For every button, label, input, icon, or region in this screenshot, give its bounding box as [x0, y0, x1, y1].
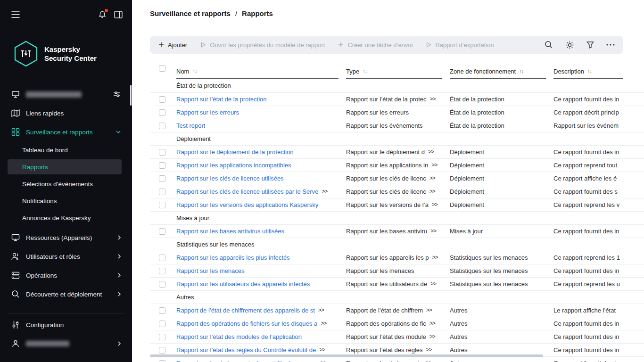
column-header-type[interactable]: Type: [346, 68, 359, 75]
report-name-link[interactable]: Rapport sur les erreurs: [176, 109, 239, 116]
sort-icon[interactable]: ↑↓: [363, 68, 367, 74]
sidebar-subitem-reports[interactable]: Rapports: [8, 159, 122, 174]
truncated-more-indicator[interactable]: >>: [432, 254, 438, 261]
truncated-more-indicator[interactable]: >>: [430, 280, 436, 287]
sidebar-item-label: Configuration: [26, 321, 121, 329]
report-name-link[interactable]: Test report: [176, 122, 205, 129]
table-row: Rapport sur le déploiement de la protect…: [150, 145, 644, 158]
hamburger-menu-icon[interactable]: [11, 11, 20, 18]
truncated-more-indicator[interactable]: >>: [429, 175, 435, 181]
row-checkbox[interactable]: [159, 360, 165, 362]
sidebar-subitem-notifications[interactable]: Notifications: [8, 193, 122, 208]
report-type: Rapport sur les appareils les p: [346, 254, 429, 261]
report-description: Ce rapport reprend les 1: [553, 251, 644, 264]
side-panel-icon[interactable]: [114, 11, 123, 18]
truncated-more-indicator[interactable]: >>: [321, 320, 326, 327]
truncated-more-indicator[interactable]: >>: [429, 320, 435, 327]
row-checkbox[interactable]: [159, 175, 165, 182]
truncated-more-indicator[interactable]: >>: [428, 148, 434, 155]
sidebar-item-devices[interactable]: Ressources (Appareils): [0, 228, 132, 247]
gear-icon[interactable]: [565, 41, 574, 49]
report-name-link[interactable]: Rapport sur l’état des règles du Contrôl…: [176, 346, 316, 354]
column-header-name[interactable]: Nom: [176, 68, 189, 75]
row-checkbox[interactable]: [159, 123, 165, 129]
truncated-more-indicator[interactable]: >>: [432, 201, 438, 208]
report-name-link[interactable]: Rapport sur les événements de contrôle d…: [176, 360, 317, 362]
row-checkbox[interactable]: [159, 281, 165, 288]
report-name-link[interactable]: Rapport sur les clés de licence utilisée…: [176, 188, 318, 195]
breadcrumb-section[interactable]: Surveillance et rapports: [150, 9, 231, 17]
truncated-more-indicator[interactable]: >>: [426, 346, 432, 353]
create-delivery-task-button[interactable]: Créer une tâche d’envoi: [338, 41, 413, 49]
chevron-right-icon: [118, 273, 121, 278]
sidebar-item-operations[interactable]: Opérations: [0, 266, 132, 285]
sort-icon[interactable]: ↑↓: [192, 68, 197, 74]
column-header-zone[interactable]: Zone de fonctionnement: [450, 68, 516, 75]
report-name-link[interactable]: Rapport de l’état de chiffrement des app…: [176, 307, 315, 314]
truncated-more-indicator[interactable]: >>: [430, 228, 436, 234]
row-checkbox[interactable]: [159, 255, 165, 261]
sidebar-item-discovery[interactable]: Découverte et déploiement: [0, 285, 132, 304]
truncated-more-indicator[interactable]: >>: [429, 188, 435, 195]
report-name-link[interactable]: Rapport sur les versions des application…: [176, 201, 318, 208]
sidebar-item-server[interactable]: [0, 85, 132, 104]
report-description: Ce rapport fournit des in: [553, 264, 644, 277]
row-checkbox[interactable]: [159, 149, 165, 156]
truncated-more-indicator[interactable]: >>: [426, 307, 432, 313]
truncated-more-indicator[interactable]: >>: [322, 188, 327, 195]
report-name-link[interactable]: Rapport sur les appareils les plus infec…: [176, 254, 290, 261]
report-type: Rapport sur les clés de licenc: [346, 188, 426, 195]
report-name-link[interactable]: Rapport sur les utilisateurs des apparei…: [176, 280, 310, 288]
truncated-more-indicator[interactable]: >>: [319, 346, 325, 353]
select-all-checkbox[interactable]: [159, 65, 165, 72]
search-icon[interactable]: [545, 41, 553, 49]
report-name-link[interactable]: Rapport des opérations de fichiers sur l…: [176, 320, 317, 327]
more-options-icon[interactable]: [606, 44, 615, 46]
report-name-link[interactable]: Rapport sur les applications incompatibl…: [176, 162, 291, 169]
report-name-link[interactable]: Rapport sur les menaces: [176, 267, 245, 274]
truncated-more-indicator[interactable]: >>: [321, 360, 326, 362]
sort-icon[interactable]: ↑↓: [519, 68, 523, 74]
filter-funnel-icon[interactable]: [586, 41, 594, 49]
sort-icon[interactable]: ↑↓: [587, 68, 592, 74]
notifications-bell-icon[interactable]: [98, 10, 107, 19]
sidebar-item-configuration[interactable]: Configuration: [0, 315, 132, 334]
report-name-link[interactable]: Rapport sur le déploiement de la protect…: [176, 148, 294, 156]
row-checkbox[interactable]: [159, 202, 165, 208]
sidebar-scrollbar-thumb[interactable]: [130, 85, 132, 106]
row-checkbox[interactable]: [159, 334, 165, 340]
server-name-redacted: [26, 91, 82, 98]
server-settings-icon[interactable]: [113, 90, 121, 98]
row-checkbox[interactable]: [159, 109, 165, 116]
sidebar-item-quick-links[interactable]: Liens rapides: [0, 104, 132, 123]
open-template-properties-button[interactable]: Ouvrir les propriétés du modèle de rappo…: [200, 41, 325, 49]
sidebar-subitem-kaspersky-announcements[interactable]: Annonces de Kaspersky: [8, 210, 122, 225]
row-checkbox[interactable]: [159, 321, 165, 327]
column-header-description[interactable]: Description: [553, 68, 584, 75]
report-name-link[interactable]: Rapport sur les bases antivirus utilisée…: [176, 228, 284, 235]
truncated-more-indicator[interactable]: >>: [429, 333, 435, 340]
truncated-more-indicator[interactable]: >>: [426, 360, 432, 362]
truncated-more-indicator[interactable]: >>: [430, 96, 436, 102]
truncated-more-indicator[interactable]: >>: [431, 162, 437, 168]
truncated-more-indicator[interactable]: >>: [318, 307, 324, 313]
report-name-link[interactable]: Rapport sur l’état de la protection: [176, 96, 267, 103]
row-checkbox[interactable]: [159, 307, 165, 314]
sidebar-subitem-event-selections[interactable]: Sélections d’événements: [8, 176, 122, 191]
row-checkbox[interactable]: [159, 347, 165, 354]
add-button[interactable]: Ajouter: [158, 41, 187, 49]
sidebar-item-monitoring[interactable]: Surveillance et rapports: [0, 123, 132, 141]
row-checkbox[interactable]: [159, 228, 165, 235]
horizontal-scrollbar-thumb[interactable]: [150, 354, 543, 357]
row-checkbox[interactable]: [159, 189, 165, 195]
report-name-link[interactable]: Rapport sur les clés de licence utilisée…: [176, 175, 284, 182]
report-name-link[interactable]: Rapport sur l’état des modules de l’appl…: [176, 333, 302, 340]
export-report-button[interactable]: Rapport d’exportation: [426, 41, 494, 49]
sidebar-item-users-roles[interactable]: Utilisateurs et rôles: [0, 247, 132, 266]
row-checkbox[interactable]: [159, 162, 165, 169]
row-checkbox[interactable]: [159, 268, 165, 274]
plus-icon: [158, 42, 164, 48]
sidebar-subitem-dashboard[interactable]: Tableau de bord: [8, 142, 122, 157]
sidebar-item-user-account[interactable]: [0, 334, 132, 353]
row-checkbox[interactable]: [159, 96, 165, 103]
